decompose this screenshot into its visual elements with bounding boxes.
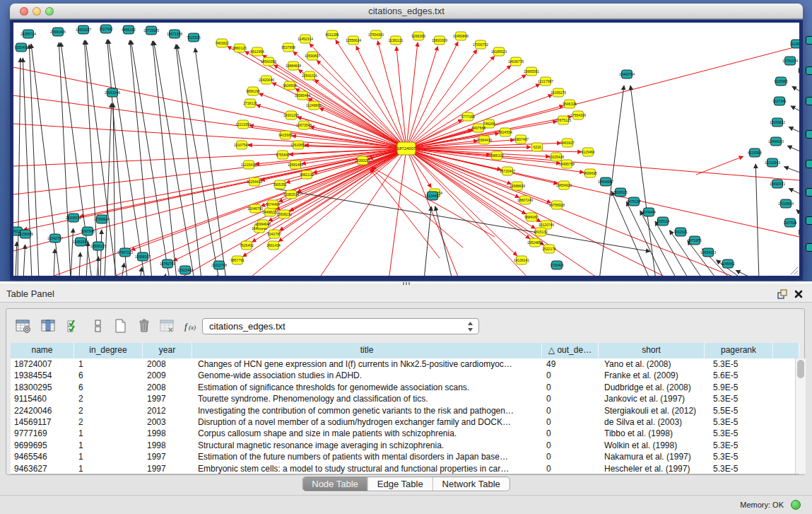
- table-cell[interactable]: 2: [74, 405, 143, 416]
- graph-node[interactable]: 18495758: [559, 160, 575, 168]
- graph-node[interactable]: 10653287: [76, 25, 91, 34]
- graph-node[interactable]: 15820309: [432, 36, 447, 45]
- table-cell[interactable]: 0: [542, 428, 599, 439]
- graph-node[interactable]: 17000702: [473, 40, 488, 49]
- graph-node[interactable]: 9546328: [563, 100, 577, 108]
- graph-node[interactable]: 20053346: [105, 88, 120, 97]
- table-cell[interactable]: 1: [74, 451, 143, 462]
- memory-status-icon[interactable]: [791, 500, 801, 510]
- table-cell[interactable]: Changes of HCN gene expression and I(f) …: [192, 358, 542, 370]
- graph-node[interactable]: 9155493: [14, 43, 28, 52]
- table-cell[interactable]: Estimation of significance thresholds fo…: [192, 382, 542, 393]
- table-cell[interactable]: 0: [542, 416, 599, 428]
- table-row[interactable]: 911546021997Tourette syndrome. Phenomeno…: [11, 393, 799, 404]
- network-canvas[interactable]: 7463822986012389129541854339622420046989…: [10, 20, 803, 280]
- tab-edge-table[interactable]: Edge Table: [368, 477, 433, 491]
- column-header-out_de[interactable]: △ out_de…: [542, 343, 599, 358]
- table-cell[interactable]: 0: [542, 370, 599, 381]
- graph-node[interactable]: 2935114: [656, 217, 669, 226]
- table-cell[interactable]: 0: [542, 451, 599, 462]
- table-cell[interactable]: Jankovic et al. (1997): [599, 393, 705, 404]
- graph-node[interactable]: 15751074: [782, 57, 798, 65]
- function-fx-icon[interactable]: f(x): [180, 316, 201, 337]
- graph-node[interactable]: 9857791: [230, 256, 245, 264]
- graph-node[interactable]: 8011289: [325, 30, 339, 39]
- table-cell[interactable]: 5.3E-5: [705, 428, 773, 439]
- graph-node[interactable]: 12093832: [770, 118, 785, 127]
- table-cell[interactable]: 5.3E-5: [705, 416, 773, 428]
- graph-node[interactable]: 7986322: [490, 151, 504, 160]
- table-vertical-scrollbar[interactable]: [795, 358, 806, 474]
- graph-node[interactable]: 9662132: [300, 170, 314, 179]
- graph-node[interactable]: 7625402: [240, 241, 254, 250]
- graph-node[interactable]: 1527602: [99, 25, 113, 33]
- table-cell[interactable]: 1998: [143, 440, 192, 451]
- graph-node[interactable]: 16671358: [167, 30, 182, 38]
- scrollbar-thumb[interactable]: [797, 360, 804, 378]
- table-cell[interactable]: Stergiakouli et al. (2012): [599, 405, 705, 416]
- column-header-name[interactable]: name: [11, 343, 74, 358]
- window-titlebar[interactable]: citations_edges.txt: [10, 4, 803, 19]
- table-cell[interactable]: 5.3E-5: [705, 451, 773, 462]
- table-cell[interactable]: Tourette syndrome. Phenomenology and cla…: [192, 393, 542, 404]
- resize-grip-icon[interactable]: [789, 265, 799, 275]
- graph-node[interactable]: 11215430: [241, 160, 257, 169]
- table-cell[interactable]: 1: [74, 358, 143, 370]
- column-header-in_degree[interactable]: in_degree: [74, 343, 143, 358]
- table-cell[interactable]: 0: [542, 440, 599, 451]
- graph-hub-node[interactable]: 18724007: [397, 142, 416, 155]
- divider-handle-icon[interactable]: [403, 282, 411, 285]
- graph-node[interactable]: 9129966: [774, 77, 788, 86]
- graph-node[interactable]: 10688609: [510, 182, 525, 190]
- table-cell[interactable]: Investigating the contribution of common…: [192, 405, 542, 416]
- table-cell[interactable]: 5.5E-5: [705, 405, 773, 416]
- table-cell[interactable]: Embryonic stem cells: a model to study s…: [192, 463, 542, 474]
- graph-node[interactable]: 9755841: [276, 151, 290, 159]
- graph-node[interactable]: 12923446: [177, 266, 193, 274]
- graph-node[interactable]: 9415683: [278, 131, 293, 139]
- graph-node[interactable]: 19965561: [524, 67, 539, 76]
- graph-node[interactable]: 2522174: [542, 245, 556, 253]
- graph-node[interactable]: 17554306: [570, 111, 586, 119]
- column-header-year[interactable]: year: [143, 343, 192, 358]
- table-cell[interactable]: 2: [74, 393, 143, 404]
- float-panel-icon[interactable]: [777, 288, 788, 300]
- graph-node[interactable]: 2718126: [243, 99, 257, 107]
- graph-node[interactable]: 10107544: [234, 141, 249, 149]
- graph-node[interactable]: 9115460: [581, 148, 594, 156]
- show-columns-icon[interactable]: [37, 316, 59, 337]
- graph-node[interactable]: 9342787: [267, 230, 281, 238]
- graph-node[interactable]: 7905351: [273, 180, 287, 189]
- column-header-short[interactable]: short: [599, 343, 705, 358]
- graph-node[interactable]: 10450846: [453, 32, 469, 40]
- tab-network-table[interactable]: Network Table: [433, 477, 510, 491]
- graph-node[interactable]: 17554300: [368, 30, 384, 39]
- citation-network-graph[interactable]: 7463822986012389129541854339622420046989…: [13, 23, 799, 276]
- graph-node[interactable]: 19884608: [286, 62, 301, 70]
- graph-node[interactable]: 19756928: [549, 201, 565, 209]
- graph-node[interactable]: 19654923: [556, 181, 572, 189]
- graph-node[interactable]: 18185523: [491, 47, 507, 56]
- graph-node[interactable]: 15692971: [770, 180, 785, 188]
- column-header-pagerank[interactable]: pagerank: [705, 343, 773, 358]
- table-cell[interactable]: 9115460: [11, 393, 74, 404]
- table-cell[interactable]: 6: [74, 382, 143, 393]
- table-cell[interactable]: 18300295: [11, 382, 74, 393]
- table-cell[interactable]: 49: [542, 358, 599, 370]
- graph-node[interactable]: 10719185: [143, 26, 159, 35]
- table-cell[interactable]: 5.3E-5: [705, 358, 773, 370]
- table-cell[interactable]: 22420046: [11, 405, 74, 416]
- table-cell[interactable]: 9465546: [11, 451, 74, 462]
- graph-node[interactable]: 9537898: [281, 43, 295, 52]
- graph-node[interactable]: 9684067: [524, 213, 539, 221]
- graph-node[interactable]: 8938923: [613, 188, 628, 197]
- graph-node[interactable]: 8215958: [748, 148, 762, 157]
- graph-node[interactable]: 6466160: [122, 25, 136, 34]
- table-cell[interactable]: Yano et al. (2008): [599, 358, 705, 370]
- delete-trash-icon[interactable]: [134, 316, 155, 337]
- graph-node[interactable]: 9860123: [233, 44, 247, 52]
- graph-node[interactable]: 11249801: [306, 101, 322, 110]
- graph-node[interactable]: 9896198: [246, 87, 260, 95]
- graph-node[interactable]: 9634508: [283, 81, 297, 90]
- graph-node[interactable]: 10025438: [548, 153, 564, 161]
